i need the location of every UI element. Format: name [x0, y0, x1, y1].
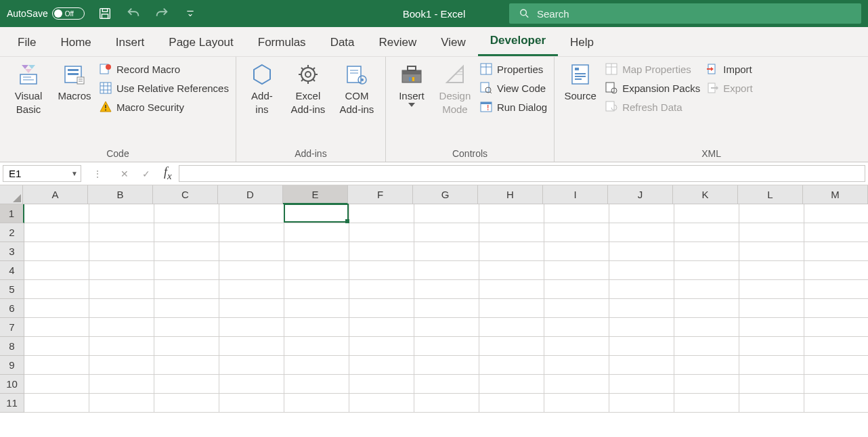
- cell[interactable]: [24, 299, 89, 318]
- cell[interactable]: [24, 242, 89, 261]
- row-header[interactable]: 10: [0, 375, 24, 394]
- macros-button[interactable]: Macros: [56, 60, 93, 103]
- cell[interactable]: [89, 280, 154, 299]
- refresh-data-button[interactable]: Refresh Data: [605, 100, 700, 114]
- cell[interactable]: [414, 280, 479, 299]
- cell[interactable]: [89, 223, 154, 242]
- cell[interactable]: [89, 337, 154, 356]
- autosave-control[interactable]: AutoSave Off: [7, 7, 85, 20]
- cell[interactable]: [349, 242, 414, 261]
- expansion-packs-button[interactable]: Expansion Packs: [605, 81, 700, 95]
- cell[interactable]: [609, 204, 674, 223]
- column-header[interactable]: I: [543, 185, 608, 204]
- cell[interactable]: [804, 204, 868, 223]
- cell[interactable]: [24, 318, 89, 337]
- cell[interactable]: [544, 204, 609, 223]
- cell[interactable]: [284, 318, 349, 337]
- cell[interactable]: [414, 337, 479, 356]
- cell[interactable]: [804, 318, 868, 337]
- view-code-button[interactable]: View Code: [479, 81, 547, 95]
- cell[interactable]: [674, 242, 739, 261]
- cell[interactable]: [219, 299, 284, 318]
- enter-formula-button[interactable]: ✓: [142, 168, 150, 179]
- cell[interactable]: [219, 204, 284, 223]
- cell[interactable]: [219, 280, 284, 299]
- column-header[interactable]: F: [348, 185, 413, 204]
- cell[interactable]: [609, 375, 674, 394]
- column-header[interactable]: G: [413, 185, 478, 204]
- cell[interactable]: [739, 242, 804, 261]
- cell[interactable]: [154, 280, 219, 299]
- cell[interactable]: [674, 394, 739, 413]
- cell[interactable]: [219, 261, 284, 280]
- cell[interactable]: [349, 299, 414, 318]
- cell[interactable]: [609, 337, 674, 356]
- cell[interactable]: [609, 261, 674, 280]
- row-header[interactable]: 6: [0, 299, 24, 318]
- import-button[interactable]: Import: [706, 62, 752, 76]
- cell[interactable]: [349, 204, 414, 223]
- cell[interactable]: [219, 318, 284, 337]
- properties-button[interactable]: Properties: [479, 62, 547, 76]
- cell[interactable]: [154, 261, 219, 280]
- addins-button[interactable]: Add- ins: [243, 60, 281, 116]
- column-header[interactable]: H: [478, 185, 543, 204]
- name-box[interactable]: E1 ▼: [3, 165, 81, 182]
- cell[interactable]: [89, 318, 154, 337]
- cell[interactable]: [804, 223, 868, 242]
- cell[interactable]: [349, 375, 414, 394]
- cell[interactable]: [544, 299, 609, 318]
- map-properties-button[interactable]: Map Properties: [605, 62, 700, 76]
- cell[interactable]: [804, 375, 868, 394]
- cell[interactable]: [284, 394, 349, 413]
- cell[interactable]: [609, 242, 674, 261]
- cell[interactable]: [154, 375, 219, 394]
- tab-data[interactable]: Data: [318, 29, 367, 56]
- tab-review[interactable]: Review: [367, 29, 429, 56]
- row-header[interactable]: 2: [0, 223, 24, 242]
- cell[interactable]: [284, 280, 349, 299]
- cell[interactable]: [544, 337, 609, 356]
- cell[interactable]: [349, 261, 414, 280]
- cell[interactable]: [349, 280, 414, 299]
- column-header[interactable]: C: [153, 185, 218, 204]
- cell[interactable]: [804, 299, 868, 318]
- cell[interactable]: [219, 242, 284, 261]
- cell[interactable]: [219, 223, 284, 242]
- cell[interactable]: [414, 394, 479, 413]
- cell[interactable]: [609, 318, 674, 337]
- cell[interactable]: [544, 394, 609, 413]
- cell[interactable]: [24, 223, 89, 242]
- cell[interactable]: [154, 242, 219, 261]
- cell[interactable]: [544, 356, 609, 375]
- cell[interactable]: [739, 261, 804, 280]
- cell[interactable]: [479, 242, 544, 261]
- cell[interactable]: [89, 394, 154, 413]
- column-header[interactable]: B: [88, 185, 153, 204]
- cell[interactable]: [479, 394, 544, 413]
- cell[interactable]: [349, 318, 414, 337]
- cell[interactable]: [219, 337, 284, 356]
- cell[interactable]: [414, 299, 479, 318]
- cell[interactable]: [479, 356, 544, 375]
- cell[interactable]: [544, 318, 609, 337]
- cell[interactable]: [24, 375, 89, 394]
- cell[interactable]: [544, 375, 609, 394]
- cell[interactable]: [674, 204, 739, 223]
- cell[interactable]: [284, 204, 349, 223]
- tab-view[interactable]: View: [429, 29, 478, 56]
- use-relative-references-button[interactable]: Use Relative References: [99, 81, 229, 95]
- cell[interactable]: [674, 356, 739, 375]
- cell[interactable]: [544, 242, 609, 261]
- cell[interactable]: [284, 223, 349, 242]
- insert-controls-button[interactable]: Insert: [393, 60, 431, 107]
- excel-addins-button[interactable]: Excel Add-ins: [286, 60, 330, 116]
- cell[interactable]: [154, 318, 219, 337]
- macro-security-button[interactable]: Macro Security: [99, 100, 229, 114]
- cell[interactable]: [739, 375, 804, 394]
- cell[interactable]: [219, 394, 284, 413]
- cell[interactable]: [739, 337, 804, 356]
- cell[interactable]: [739, 204, 804, 223]
- cell[interactable]: [154, 356, 219, 375]
- customize-qat-button[interactable]: [182, 5, 198, 22]
